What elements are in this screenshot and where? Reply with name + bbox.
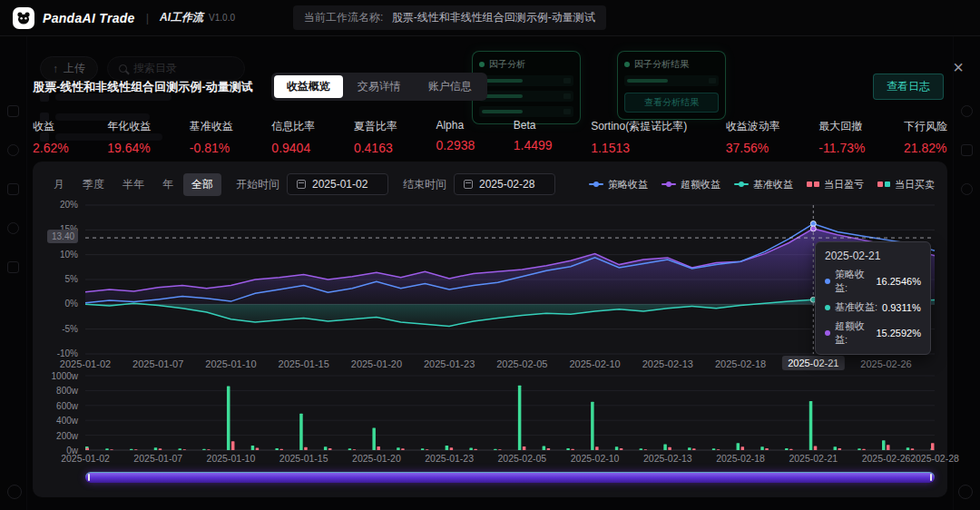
x-axis-tick: 2025-02-13 bbox=[642, 358, 693, 369]
y-axis-tick: 10% bbox=[60, 250, 78, 260]
legend-item-daily-trades[interactable]: 当日买卖 bbox=[877, 178, 935, 191]
tooltip-date: 2025-02-21 bbox=[825, 250, 921, 262]
x-axis-tick: 2025-02-26 bbox=[862, 453, 911, 464]
tooltip-row-strategy: 策略收益:16.2546% bbox=[825, 268, 921, 295]
period-selector: 月 季度 半年 年 全部 bbox=[45, 173, 221, 196]
x-axis-tick: 2025-01-02 bbox=[60, 358, 111, 369]
legend-item-excess[interactable]: 超额收益 bbox=[662, 178, 720, 191]
modal-title: 股票-线性和非线性组合回测示例-动量测试 bbox=[33, 79, 253, 95]
period-year[interactable]: 年 bbox=[154, 173, 181, 196]
tab-account-info[interactable]: 账户信息 bbox=[416, 75, 485, 98]
legend-item-benchmark[interactable]: 基准收益 bbox=[734, 178, 793, 191]
y-axis-tick: 600w bbox=[56, 401, 78, 411]
x-tick-highlighted: 2025-02-21 bbox=[782, 356, 844, 370]
backtest-result-modal: × 股票-线性和非线性组合回测示例-动量测试 收益概览 交易详情 账户信息 查看… bbox=[0, 36, 980, 510]
metric-alpha: Alpha0.2938 bbox=[436, 119, 475, 155]
legend-square-marker bbox=[877, 181, 890, 187]
legend-line-marker bbox=[662, 183, 676, 185]
end-date-input[interactable]: 2025-02-28 bbox=[454, 173, 555, 195]
modal-tabs: 收益概览 交易详情 账户信息 bbox=[271, 73, 487, 101]
x-axis-tick: 2025-01-10 bbox=[207, 453, 256, 464]
metric-volatility: 收益波动率37.56% bbox=[726, 119, 780, 155]
bar-chart-x-axis: 2025-01-022025-01-072025-01-102025-01-15… bbox=[85, 450, 935, 465]
workflow-name-pill: 当前工作流名称: 股票-线性和非线性组合回测示例-动量测试 bbox=[293, 5, 606, 30]
x-axis-tick: 2025-02-28 bbox=[910, 453, 959, 464]
x-axis-tick: 2025-01-10 bbox=[205, 358, 256, 369]
workflow-name-value: 股票-线性和非线性组合回测示例-动量测试 bbox=[392, 11, 595, 24]
axis-marker-badge: 13.40 bbox=[47, 230, 78, 243]
legend-line-marker bbox=[589, 183, 603, 185]
profit-line-chart[interactable]: 13.40 20%15%10%5%0%-5%-10% 2025-02-21 策略… bbox=[45, 205, 935, 354]
daily-trade-bar-chart[interactable]: 1000w800w600w400w200w0w bbox=[45, 376, 935, 450]
start-date-input[interactable]: 2025-01-02 bbox=[287, 173, 388, 195]
profit-chart-card: 月 季度 半年 年 全部 开始时间 2025-01-02 结束时间 2025-0… bbox=[33, 162, 947, 497]
y-axis-tick: 20% bbox=[60, 200, 78, 210]
legend-line-marker bbox=[734, 183, 749, 185]
calendar-icon bbox=[297, 180, 306, 189]
app-header: PandaAI Trade | AI工作流 V1.0.0 当前工作流名称: 股票… bbox=[0, 0, 980, 36]
line-chart-x-axis: 2025-01-022025-01-072025-01-102025-01-15… bbox=[85, 354, 935, 372]
y-axis-tick: 800w bbox=[56, 386, 78, 396]
x-axis-tick: 2025-01-07 bbox=[133, 453, 182, 464]
chart-tooltip: 2025-02-21 策略收益:16.2546% 基准收益:0.9311% 超额… bbox=[815, 241, 931, 355]
bar-chart-y-axis: 1000w800w600w400w200w0w bbox=[45, 376, 85, 450]
metric-benchmark-return: 基准收益-0.81% bbox=[190, 119, 233, 155]
metric-beta: Beta1.4499 bbox=[514, 119, 553, 155]
line-chart-y-axis: 13.40 20%15%10%5%0%-5%-10% bbox=[45, 205, 85, 354]
y-axis-tick: 200w bbox=[56, 431, 78, 441]
metrics-row: 收益2.62% 年化收益19.64% 基准收益-0.81% 信息比率0.9404… bbox=[33, 119, 947, 155]
period-all[interactable]: 全部 bbox=[183, 173, 221, 196]
date-range-slider[interactable] bbox=[85, 472, 935, 483]
view-log-button[interactable]: 查看日志 bbox=[873, 74, 944, 100]
legend-item-strategy[interactable]: 策略收益 bbox=[589, 178, 648, 191]
bar-chart-plot[interactable] bbox=[85, 376, 935, 450]
product-version: V1.0.0 bbox=[209, 13, 235, 23]
x-axis-tick: 2025-02-10 bbox=[569, 358, 620, 369]
calendar-icon bbox=[464, 180, 473, 189]
tab-profit-overview[interactable]: 收益概览 bbox=[274, 75, 343, 98]
metric-return: 收益2.62% bbox=[33, 119, 69, 155]
y-axis-tick: 400w bbox=[56, 416, 78, 426]
y-axis-tick: 5% bbox=[65, 274, 78, 284]
tab-trade-details[interactable]: 交易详情 bbox=[345, 75, 414, 98]
x-axis-tick: 2025-01-15 bbox=[279, 358, 329, 369]
period-month[interactable]: 月 bbox=[45, 173, 73, 196]
x-axis-tick: 2025-02-21 bbox=[789, 453, 838, 464]
panda-logo-icon bbox=[13, 7, 34, 29]
y-axis-tick: 1000w bbox=[52, 371, 78, 381]
y-axis-tick: -10% bbox=[57, 348, 78, 358]
x-axis-tick: 2025-02-10 bbox=[571, 453, 620, 464]
y-axis-tick: 0% bbox=[65, 299, 78, 309]
workflow-name-label: 当前工作流名称: bbox=[304, 11, 383, 24]
x-axis-tick: 2025-01-20 bbox=[352, 453, 401, 464]
x-axis-tick: 2025-01-07 bbox=[132, 358, 183, 369]
x-axis-tick: 2025-01-15 bbox=[279, 453, 328, 464]
line-chart-plot[interactable]: 2025-02-21 策略收益:16.2546% 基准收益:0.9311% 超额… bbox=[85, 205, 935, 354]
x-axis-tick: 2025-01-02 bbox=[61, 453, 110, 464]
metric-info-ratio: 信息比率0.9404 bbox=[271, 119, 315, 155]
metric-annual-return: 年化收益19.64% bbox=[107, 119, 151, 155]
metric-downside-risk: 下行风险21.82% bbox=[904, 119, 947, 155]
tooltip-row-excess: 超额收益:15.2592% bbox=[825, 319, 921, 347]
brand-name: PandaAI Trade bbox=[43, 11, 135, 25]
x-axis-tick: 2025-01-23 bbox=[425, 453, 474, 464]
end-date-label: 结束时间 bbox=[403, 177, 446, 192]
x-axis-tick: 2025-02-26 bbox=[860, 358, 911, 369]
legend-square-marker bbox=[807, 181, 819, 187]
header-divider: | bbox=[146, 11, 149, 25]
tooltip-row-benchmark: 基准收益:0.9311% bbox=[825, 300, 921, 314]
product-name: AI工作流 bbox=[160, 10, 203, 25]
period-quarter[interactable]: 季度 bbox=[74, 173, 113, 196]
x-axis-tick: 2025-02-05 bbox=[498, 453, 547, 464]
end-date-value: 2025-02-28 bbox=[479, 178, 534, 191]
x-axis-tick: 2025-02-05 bbox=[496, 358, 547, 369]
metric-sortino: Sortino(索提诺比率)1.1513 bbox=[591, 119, 687, 155]
x-axis-tick: 2025-02-13 bbox=[643, 453, 692, 464]
close-icon[interactable]: × bbox=[953, 58, 964, 76]
x-axis-tick: 2025-01-20 bbox=[351, 358, 402, 369]
start-date-label: 开始时间 bbox=[236, 177, 279, 192]
start-date-value: 2025-01-02 bbox=[312, 178, 368, 191]
period-half-year[interactable]: 半年 bbox=[114, 173, 152, 196]
legend-item-daily-pnl[interactable]: 当日盈亏 bbox=[807, 178, 864, 191]
x-axis-tick: 2025-02-18 bbox=[716, 453, 765, 464]
